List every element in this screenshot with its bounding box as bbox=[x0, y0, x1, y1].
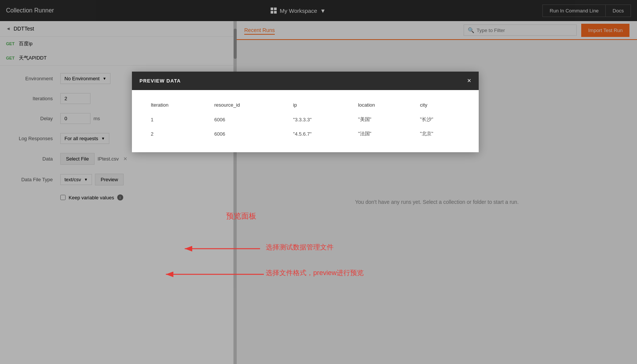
preview-table-wrap: Iteration resource_id ip location city 1… bbox=[132, 90, 479, 152]
cell-ip: "3.3.3.3" bbox=[286, 112, 351, 127]
cell-resource-id: 6006 bbox=[207, 127, 285, 141]
table-body: 1 6006 "3.3.3.3" "美国" "长沙" 2 6006 "4.5.6… bbox=[143, 112, 467, 141]
cell-location: "法国" bbox=[351, 127, 412, 141]
cell-resource-id: 6006 bbox=[207, 112, 285, 127]
table-header: Iteration resource_id ip location city bbox=[143, 98, 467, 112]
modal-overlay bbox=[0, 0, 637, 364]
table-row: 2 6006 "4.5.6.7" "法国" "北京" bbox=[143, 127, 467, 141]
cell-city: "北京" bbox=[412, 127, 467, 141]
col-header-city: city bbox=[412, 98, 467, 112]
modal-close-button[interactable]: × bbox=[467, 77, 471, 85]
col-header-location: location bbox=[351, 98, 412, 112]
preview-data-modal: PREVIEW DATA × Iteration resource_id ip … bbox=[132, 72, 479, 152]
modal-title: PREVIEW DATA bbox=[139, 78, 181, 84]
cell-location: "美国" bbox=[351, 112, 412, 127]
col-header-ip: ip bbox=[286, 98, 351, 112]
col-header-iteration: Iteration bbox=[143, 98, 207, 112]
cell-iteration: 1 bbox=[143, 112, 207, 127]
preview-table: Iteration resource_id ip location city 1… bbox=[143, 98, 467, 141]
table-row: 1 6006 "3.3.3.3" "美国" "长沙" bbox=[143, 112, 467, 127]
cell-ip: "4.5.6.7" bbox=[286, 127, 351, 141]
modal-header: PREVIEW DATA × bbox=[132, 72, 479, 90]
cell-city: "长沙" bbox=[412, 112, 467, 127]
cell-iteration: 2 bbox=[143, 127, 207, 141]
table-header-row: Iteration resource_id ip location city bbox=[143, 98, 467, 112]
col-header-resource-id: resource_id bbox=[207, 98, 285, 112]
